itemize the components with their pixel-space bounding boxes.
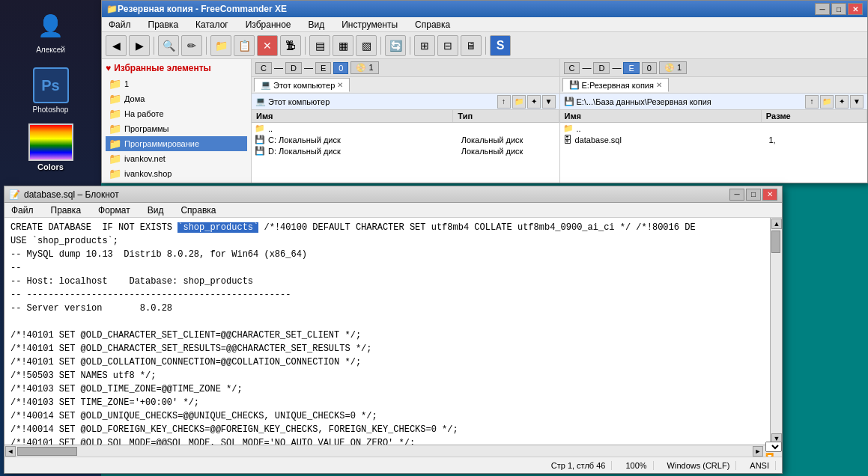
fc-maximize-button[interactable]: □ bbox=[831, 3, 846, 15]
left-panel-btn2[interactable]: 📁 bbox=[512, 95, 526, 109]
tb-forward-button[interactable]: ▶ bbox=[129, 35, 150, 56]
photoshop-icon-desktop[interactable]: Ps Photoshop bbox=[25, 64, 77, 118]
np-scroll-right-button[interactable]: ► bbox=[753, 446, 763, 457]
left-row-d[interactable]: 💾 D: Локальный диск Локальный диск bbox=[252, 145, 559, 156]
left-drive-0[interactable]: 0 bbox=[333, 62, 348, 74]
fc-menu-file[interactable]: Файл bbox=[106, 19, 134, 31]
np-text-area[interactable]: CREATE DATABASE IF NOT EXISTS `shop_prod… bbox=[4, 218, 770, 445]
right-panel-btn3[interactable]: ✦ bbox=[835, 95, 849, 109]
right-row-db-name: database.sql bbox=[575, 135, 766, 144]
np-titlebar-left: 📝 database.sql – Блокнот bbox=[9, 189, 119, 200]
fav-item-ivankov-shop[interactable]: 📁 ivankov.shop bbox=[106, 166, 247, 181]
fc-title: Резервная копия - FreeCommander XE bbox=[118, 4, 287, 14]
np-menu-edit[interactable]: Правка bbox=[48, 204, 85, 216]
tb-sync-button[interactable]: 🔄 bbox=[385, 35, 406, 56]
np-menu-format[interactable]: Формат bbox=[95, 204, 133, 216]
np-scroll-left-button[interactable]: ◄ bbox=[5, 446, 16, 457]
tb-layout1-button[interactable]: ⊞ bbox=[414, 35, 435, 56]
left-col-header: Имя Тип bbox=[252, 110, 559, 123]
fc-menu-tools[interactable]: Инструменты bbox=[339, 19, 401, 31]
fav-item-programs[interactable]: 📁 Программы bbox=[106, 121, 247, 136]
tb-monitor-button[interactable]: 🖥 bbox=[461, 35, 482, 56]
right-drive-1[interactable]: 📀 1 bbox=[659, 61, 687, 74]
fc-close-button[interactable]: ✕ bbox=[848, 3, 863, 15]
fc-menu-favorites[interactable]: Избранное bbox=[243, 19, 294, 31]
fav-item-doma[interactable]: 📁 Дома bbox=[106, 91, 247, 106]
fc-favorites-panel: ♥ Избранные элементы 📁 1 📁 Дома 📁 На раб… bbox=[102, 59, 252, 183]
fav-label-doma: Дома bbox=[124, 94, 145, 103]
left-drive-c[interactable]: C bbox=[255, 62, 272, 74]
favorites-heart-icon: ♥ bbox=[106, 63, 111, 73]
fav-item-ivankov-net[interactable]: 📁 ivankov.net bbox=[106, 151, 247, 166]
right-panel-btn4[interactable]: ▼ bbox=[850, 95, 864, 109]
left-panel-btn1[interactable]: ↑ bbox=[497, 95, 511, 109]
fc-menu-view[interactable]: Вид bbox=[306, 19, 328, 31]
np-scroll-track bbox=[771, 230, 782, 433]
left-col-type[interactable]: Тип bbox=[453, 110, 559, 122]
fc-menu-catalog[interactable]: Каталог bbox=[192, 19, 231, 31]
tb-search-button[interactable]: 🔍 bbox=[158, 35, 179, 56]
tb-layout2-button[interactable]: ⊟ bbox=[437, 35, 458, 56]
np-scroll-thumb[interactable] bbox=[771, 231, 780, 253]
tb-s-button[interactable]: S bbox=[490, 35, 511, 56]
tb-archive-button[interactable]: 🗜 bbox=[280, 35, 301, 56]
left-panel-btn3[interactable]: ✦ bbox=[527, 95, 541, 109]
right-panel-btn2[interactable]: 📁 bbox=[820, 95, 834, 109]
np-scroll-up-button[interactable]: ▲ bbox=[771, 219, 782, 229]
fc-menu-help[interactable]: Справка bbox=[412, 19, 453, 31]
right-drive-d[interactable]: D bbox=[593, 62, 610, 74]
fc-minimize-button[interactable]: ─ bbox=[815, 3, 830, 15]
right-drive-c[interactable]: C bbox=[564, 62, 580, 74]
np-vscrollbar[interactable]: ▲ ▼ bbox=[770, 218, 782, 445]
right-tab-backup[interactable]: 💾 E:Резервная копия ✕ bbox=[562, 78, 669, 92]
tb-back-button[interactable]: ◀ bbox=[106, 35, 127, 56]
np-menu-view[interactable]: Вид bbox=[145, 204, 167, 216]
tb-columns-button[interactable]: ▤ bbox=[309, 35, 330, 56]
np-zoom-select[interactable] bbox=[765, 442, 782, 452]
left-drive-1[interactable]: 📀 1 bbox=[350, 61, 378, 74]
np-close-button[interactable]: ✕ bbox=[762, 189, 777, 201]
right-col-size[interactable]: Разме bbox=[762, 110, 867, 122]
left-row-c-type: Локальный диск bbox=[461, 135, 556, 144]
np-zoom: 100% bbox=[619, 461, 653, 470]
tb-sep-3 bbox=[305, 37, 306, 55]
left-tab-close[interactable]: ✕ bbox=[337, 81, 343, 89]
fav-label-work: На работе bbox=[124, 109, 164, 118]
np-minimize-button[interactable]: ─ bbox=[729, 189, 744, 201]
left-panel-btn4[interactable]: ▼ bbox=[542, 95, 556, 109]
np-maximize-button[interactable]: □ bbox=[746, 189, 761, 201]
tb-delete-button[interactable]: ✕ bbox=[257, 35, 278, 56]
right-panel-btn1[interactable]: ↑ bbox=[805, 95, 819, 109]
fav-item-1[interactable]: 📁 1 bbox=[106, 76, 247, 91]
left-drive-e[interactable]: E bbox=[315, 62, 331, 74]
fc-menu-edit[interactable]: Правка bbox=[145, 19, 182, 31]
left-drive-sep2: — bbox=[304, 63, 313, 73]
left-row-c[interactable]: 💾 C: Локальный диск Локальный диск bbox=[252, 134, 559, 145]
left-drive-d[interactable]: D bbox=[285, 62, 302, 74]
right-drive-sep1: — bbox=[582, 63, 591, 73]
aleksei-icon[interactable]: 👤 Алексей bbox=[25, 4, 77, 58]
right-col-name[interactable]: Имя bbox=[560, 110, 762, 122]
fav-item-work[interactable]: 📁 На работе bbox=[106, 106, 247, 121]
fav-item-programming[interactable]: 📁 Программирование bbox=[106, 136, 247, 151]
right-drive-0[interactable]: 0 bbox=[642, 62, 657, 74]
tb-new-folder-button[interactable]: 📁 bbox=[210, 35, 231, 56]
np-hscroll-thumb[interactable] bbox=[17, 447, 77, 456]
right-drive-e[interactable]: E bbox=[623, 62, 639, 74]
np-menu-help[interactable]: Справка bbox=[177, 204, 219, 216]
left-row-c-name: C: Локальный диск bbox=[268, 135, 458, 144]
tb-view1-button[interactable]: ▦ bbox=[333, 35, 353, 56]
right-row-db[interactable]: 🗄 database.sql 1, bbox=[560, 134, 868, 146]
tb-view2-button[interactable]: ▧ bbox=[356, 35, 377, 56]
left-row-parent[interactable]: 📁 .. bbox=[252, 123, 559, 134]
np-hscrollbar[interactable]: ◄ ► 🔽 bbox=[4, 445, 782, 457]
left-tab-computer[interactable]: 💻 Этот компьютер ✕ bbox=[254, 78, 350, 92]
np-corner-controls: 🔽 bbox=[765, 442, 782, 457]
right-row-parent[interactable]: 📁 .. bbox=[560, 123, 868, 134]
left-col-name[interactable]: Имя bbox=[252, 110, 453, 122]
tb-edit-button[interactable]: ✏ bbox=[181, 35, 202, 56]
right-tab-close[interactable]: ✕ bbox=[656, 81, 662, 89]
notepad-window: 📝 database.sql – Блокнот ─ □ ✕ Файл Прав… bbox=[4, 186, 783, 474]
tb-copy-button[interactable]: 📋 bbox=[234, 35, 255, 56]
np-menu-file[interactable]: Файл bbox=[8, 204, 37, 216]
